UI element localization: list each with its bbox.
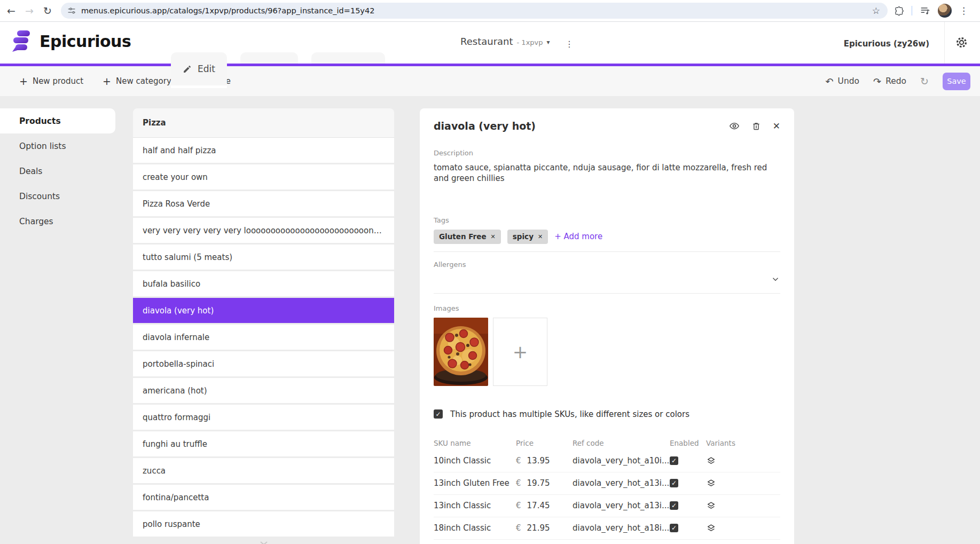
sku-rows: 10inch Classic € 13.95 diavola_very_hot_… <box>434 450 780 540</box>
multi-sku-label: This product has multiple SKUs, like dif… <box>450 409 689 419</box>
checkmark-icon: ✓ <box>671 524 677 532</box>
close-icon[interactable]: ✕ <box>773 122 780 131</box>
url-input[interactable] <box>81 6 870 15</box>
add-tag-button[interactable]: + Add more <box>554 232 602 241</box>
product-list-item[interactable]: very very very very very loooooooooooooo… <box>133 218 394 243</box>
sku-price-cell[interactable]: € 17.45 <box>516 501 573 510</box>
new-category-button[interactable]: + New category <box>103 76 171 86</box>
bookmark-star-icon[interactable]: ☆ <box>870 5 882 16</box>
product-list-item[interactable]: funghi au truffle <box>133 431 394 456</box>
currency-symbol: € <box>516 501 521 510</box>
tag-chips: Gluten Free ✕ spicy ✕ <box>434 230 548 244</box>
app-header: Epicurious Edit Grid Preview Restaurant … <box>0 22 980 64</box>
add-image-button[interactable]: + <box>493 318 547 386</box>
account-label[interactable]: Epicurious (zy26w) <box>844 39 929 49</box>
sku-name-cell[interactable]: 13inch Gluten Free <box>434 478 516 488</box>
pizza-photo <box>434 318 488 386</box>
sku-price-cell[interactable]: € 21.95 <box>516 523 573 533</box>
product-list-item[interactable]: diavola (very hot) <box>133 298 394 323</box>
sku-name-cell[interactable]: 18inch Classic <box>434 523 516 533</box>
sku-price-cell[interactable]: € 13.95 <box>516 456 573 466</box>
checkmark-icon: ✓ <box>435 411 441 418</box>
save-button[interactable]: Save <box>943 73 970 90</box>
product-image-pizza[interactable] <box>434 318 488 386</box>
tab-edit[interactable]: Edit <box>171 52 227 85</box>
media-controls-icon[interactable] <box>920 5 930 16</box>
scroll-more-button[interactable] <box>133 541 394 544</box>
layers-icon <box>706 501 716 511</box>
forward-icon[interactable]: → <box>20 2 38 20</box>
product-list-item[interactable]: tutto salumi (5 meats) <box>133 245 394 270</box>
product-list-item[interactable]: quattro formaggi <box>133 405 394 430</box>
browser-menu-icon[interactable]: ⋮ <box>959 5 968 16</box>
product-list-item[interactable]: portobella-spinaci <box>133 351 394 376</box>
redo-button[interactable]: ↷ Redo <box>873 76 906 87</box>
category-header[interactable]: Pizza <box>133 108 394 138</box>
sku-variants-button[interactable] <box>706 523 780 533</box>
extensions-icon[interactable] <box>894 6 904 16</box>
sidebar-item[interactable]: Charges <box>0 209 116 234</box>
remove-tag-icon[interactable]: ✕ <box>491 233 496 240</box>
sidebar-item[interactable]: Option lists <box>0 133 116 159</box>
product-detail-panel: diavola (very hot) ✕ Description tomato … <box>420 108 794 544</box>
new-product-button[interactable]: + New product <box>19 76 83 86</box>
catalog-selector[interactable]: Restaurant - 1xpvp ▾ <box>460 36 550 47</box>
plus-icon: + <box>103 76 111 86</box>
currency-symbol: € <box>516 478 521 488</box>
sku-row: 18inch Classic € 21.95 diavola_very_hot_… <box>434 517 780 540</box>
sku-ref-cell[interactable]: diavola_very_hot_a13i... <box>573 478 670 488</box>
product-list-item[interactable]: create your own <box>133 164 394 190</box>
tag-chip: spicy ✕ <box>507 230 548 244</box>
description-field[interactable]: tomato sauce, spianatta piccante, nduja … <box>434 162 780 184</box>
brand-logo[interactable]: Epicurious <box>11 29 131 53</box>
epicurious-logo-icon <box>11 29 33 53</box>
sku-ref-cell[interactable]: diavola_very_hot_a10i... <box>573 456 670 466</box>
profile-avatar[interactable] <box>938 4 952 18</box>
preview-eye-icon[interactable] <box>729 121 740 131</box>
sku-name-cell[interactable]: 13inch Classic <box>434 501 516 510</box>
product-list-item[interactable]: Pizza Rosa Verde <box>133 191 394 216</box>
checkmark-icon: ✓ <box>671 457 677 464</box>
product-list-item[interactable]: pollo ruspante <box>133 511 394 537</box>
sku-variants-button[interactable] <box>706 501 780 511</box>
allergens-field[interactable] <box>434 273 780 286</box>
sku-ref-cell[interactable]: diavola_very_hot_a18i... <box>573 523 670 533</box>
catalog-menu-icon[interactable]: ⋮ <box>565 39 574 49</box>
sku-column-header: Enabled <box>670 439 706 447</box>
currency-symbol: € <box>516 523 521 533</box>
sku-variants-button[interactable] <box>706 456 780 466</box>
sku-enabled-checkbox[interactable]: ✓ <box>670 524 678 532</box>
multi-sku-checkbox[interactable]: ✓ <box>434 409 443 419</box>
sidebar-item[interactable]: Deals <box>0 159 116 184</box>
back-icon[interactable]: ← <box>2 2 20 20</box>
sku-price-cell[interactable]: € 19.75 <box>516 478 573 488</box>
product-list-item[interactable]: fontina/pancetta <box>133 485 394 510</box>
sku-column-header: Price <box>516 439 573 447</box>
product-list-item[interactable]: diavola infernale <box>133 325 394 350</box>
url-bar[interactable]: ☆ <box>61 3 888 19</box>
product-list-item[interactable]: bufala basilico <box>133 271 394 296</box>
refresh-icon[interactable]: ↻ <box>920 75 929 87</box>
sku-variants-button[interactable] <box>706 478 780 488</box>
reload-icon[interactable]: ↻ <box>38 2 57 20</box>
sidebar-item[interactable]: Products <box>0 108 115 133</box>
delete-product-icon[interactable] <box>751 121 761 131</box>
undo-button[interactable]: ↶ Undo <box>825 76 859 87</box>
product-list-item[interactable]: half and half pizza <box>133 138 394 163</box>
sku-header-row: SKU namePriceRef codeEnabledVariants <box>434 436 780 450</box>
tag-chip: Gluten Free ✕ <box>434 230 501 244</box>
catalog-name: Restaurant <box>460 36 513 47</box>
sidebar-item[interactable]: Discounts <box>0 184 116 209</box>
sku-enabled-checkbox[interactable]: ✓ <box>670 479 678 487</box>
product-list-item[interactable]: americana (hot) <box>133 378 394 403</box>
tags-label: Tags <box>434 216 780 224</box>
sku-ref-cell[interactable]: diavola_very_hot_a13i... <box>573 501 670 510</box>
remove-tag-icon[interactable]: ✕ <box>538 233 543 240</box>
new-sku-button[interactable]: + New SKU <box>434 540 780 544</box>
sidebar-list: Products Option lists Deals Discounts Ch… <box>0 108 116 234</box>
sku-name-cell[interactable]: 10inch Classic <box>434 456 516 466</box>
settings-gear-icon[interactable] <box>955 36 968 49</box>
sku-enabled-checkbox[interactable]: ✓ <box>670 501 678 510</box>
product-list-item[interactable]: zucca <box>133 458 394 483</box>
sku-enabled-checkbox[interactable]: ✓ <box>670 456 678 465</box>
